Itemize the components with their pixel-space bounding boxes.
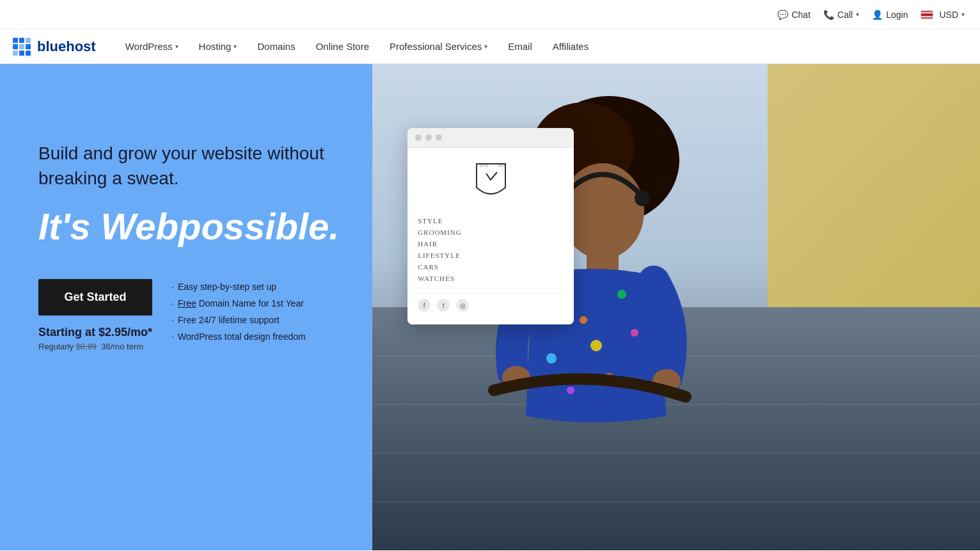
mockup-brand-logo: ESTD 2016 xyxy=(473,161,509,205)
mockup-twitter-icon: t xyxy=(437,299,450,312)
building-wall xyxy=(768,64,980,331)
nav-item-wordpress[interactable]: WordPress ▾ xyxy=(115,29,189,64)
top-bar: 💬 Chat 📞 Call ▾ 👤 Login USD ▾ xyxy=(0,0,980,29)
logo-link[interactable]: bluehost xyxy=(13,38,96,56)
bullet-icon-2: · xyxy=(171,298,174,308)
feature-item-3: · Free 24/7 lifetime support xyxy=(171,315,306,325)
original-price: $8.99 xyxy=(76,342,97,351)
currency-label: USD xyxy=(939,10,958,20)
pricing-regular-text: Regularly $8.99 36/mo term xyxy=(38,342,152,351)
svg-text:2016: 2016 xyxy=(498,164,505,168)
feature-item-4: · WordPress total design freedom xyxy=(171,331,306,342)
logo-grid-icon xyxy=(13,38,31,56)
call-label: Call xyxy=(837,10,853,20)
phone-icon: 📞 xyxy=(823,10,834,20)
svg-text:ESTD: ESTD xyxy=(480,164,489,168)
logo-text: bluehost xyxy=(37,38,96,55)
chat-label: Chat xyxy=(791,10,810,20)
nav-label-affiliates: Affiliates xyxy=(553,41,589,52)
bullet-icon-4: · xyxy=(171,331,174,342)
nav-label-hosting: Hosting xyxy=(199,41,232,52)
nav-label-domains: Domains xyxy=(257,41,295,52)
pricing-text: Starting at $2.95/mo* xyxy=(38,326,152,339)
nav-label-online-store: Online Store xyxy=(316,41,369,52)
login-label: Login xyxy=(886,10,908,20)
nav-label-wordpress: WordPress xyxy=(125,41,173,52)
currency-chevron-icon: ▾ xyxy=(961,11,965,18)
mockup-nav-style: STYLE xyxy=(418,215,564,227)
mockup-nav-watches: WATCHES xyxy=(418,273,564,284)
chat-icon: 💬 xyxy=(777,10,788,20)
currency-selector[interactable]: USD ▾ xyxy=(921,10,965,20)
main-nav: bluehost WordPress ▾ Hosting ▾ Domains O… xyxy=(0,29,980,64)
shield-logo-icon: ESTD 2016 xyxy=(473,161,509,202)
feature-label-4: WordPress total design freedom xyxy=(178,331,306,342)
hero-section: Build and grow your website without brea… xyxy=(0,64,980,550)
feature-label-1: Easy step-by-step set up xyxy=(178,282,276,292)
nav-label-email: Email xyxy=(508,41,532,52)
hero-image-area: ESTD 2016 STYLE GROOMING HAIR LIFESTYLE … xyxy=(372,64,980,550)
svg-point-10 xyxy=(617,290,626,299)
mockup-social-links: f t ◎ xyxy=(418,293,564,312)
hero-content: Build and grow your website without brea… xyxy=(0,64,435,409)
svg-point-9 xyxy=(580,316,587,324)
professional-services-chevron-icon: ▾ xyxy=(484,43,487,50)
svg-point-13 xyxy=(546,353,557,363)
get-started-button[interactable]: Get Started xyxy=(38,279,152,315)
nav-item-domains[interactable]: Domains xyxy=(247,29,305,64)
nav-item-affiliates[interactable]: Affiliates xyxy=(542,29,599,64)
bullet-icon-1: · xyxy=(171,282,174,292)
nav-label-professional-services: Professional Services xyxy=(390,41,482,52)
mockup-nav-lifestyle: LIFESTYLE xyxy=(418,250,564,261)
nav-item-online-store[interactable]: Online Store xyxy=(306,29,379,64)
login-link[interactable]: 👤 Login xyxy=(872,10,908,20)
titlebar-dot-3 xyxy=(436,134,442,141)
hero-title: It's Webpossible. xyxy=(38,206,397,247)
bullet-icon-3: · xyxy=(171,315,174,325)
hero-subtitle: Build and grow your website without brea… xyxy=(38,141,397,191)
mockup-instagram-icon: ◎ xyxy=(456,299,469,312)
flag-icon xyxy=(921,10,933,19)
feature-item-2: · Free Domain Name for 1st Year xyxy=(171,298,306,308)
svg-point-12 xyxy=(631,329,638,337)
mockup-logo-area: ESTD 2016 xyxy=(418,161,564,205)
cta-button-area: Get Started Starting at $2.95/mo* Regula… xyxy=(38,279,152,351)
svg-point-19 xyxy=(635,191,650,206)
features-list: · Easy step-by-step set up · Free Domain… xyxy=(171,279,306,342)
call-link[interactable]: 📞 Call ▾ xyxy=(823,10,859,20)
mockup-nav-list: STYLE GROOMING HAIR LIFESTYLE CARS WATCH… xyxy=(418,215,564,284)
nav-item-email[interactable]: Email xyxy=(498,29,542,64)
svg-point-11 xyxy=(590,340,602,351)
mockup-nav-cars: CARS xyxy=(418,261,564,273)
user-icon: 👤 xyxy=(872,10,883,20)
nav-item-professional-services[interactable]: Professional Services ▾ xyxy=(379,29,498,64)
call-chevron-icon: ▾ xyxy=(856,11,859,18)
mockup-nav-grooming: GROOMING xyxy=(418,227,564,238)
chat-link[interactable]: 💬 Chat xyxy=(777,10,810,20)
mockup-nav-hair: HAIR xyxy=(418,238,564,250)
feature-label-2: Free Domain Name for 1st Year xyxy=(178,298,304,308)
nav-item-hosting[interactable]: Hosting ▾ xyxy=(189,29,248,64)
wordpress-chevron-icon: ▾ xyxy=(175,43,178,50)
feature-item-1: · Easy step-by-step set up xyxy=(171,282,306,292)
cta-area: Get Started Starting at $2.95/mo* Regula… xyxy=(38,279,397,351)
hosting-chevron-icon: ▾ xyxy=(233,43,237,50)
feature-label-3: Free 24/7 lifetime support xyxy=(178,315,280,325)
svg-point-15 xyxy=(567,387,574,394)
